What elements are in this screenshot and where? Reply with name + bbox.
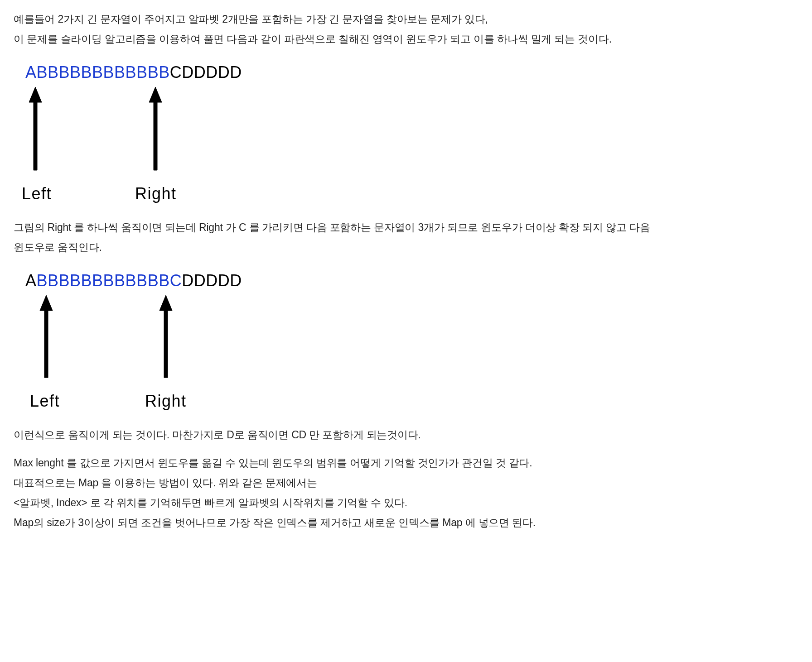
diagram1-right-arrow-icon: [149, 87, 162, 170]
intro-line-1: 예를들어 2가지 긴 문자열이 주어지고 알파벳 2개만을 포함하는 가장 긴 …: [14, 13, 488, 25]
mid-line-2: 윈도우로 움직인다.: [14, 241, 102, 253]
diagram2-right-label: Right: [145, 392, 187, 410]
diagram2-leading-a: A: [25, 271, 37, 290]
diagram1-string: ABBBBBBBBBBBBCDDDDD: [25, 63, 242, 82]
svg-marker-1: [149, 87, 162, 170]
diagram2-left-arrow-icon: [40, 295, 53, 378]
intro-line-2: 이 문제를 슬라이딩 알고리즘을 이용하여 풀면 다음과 같이 파란색으로 칠해…: [14, 33, 612, 45]
diagram2-string: ABBBBBBBBBBBBCDDDDD: [25, 271, 242, 290]
svg-marker-0: [29, 87, 42, 170]
svg-marker-3: [160, 295, 172, 378]
mid-line-1: 그림의 Right 를 하나씩 움직이면 되는데 Right 가 C 를 가리키…: [14, 221, 650, 233]
diagram2-left-label: Left: [30, 392, 60, 410]
mid-paragraph: 그림의 Right 를 하나씩 움직이면 되는데 Right 가 C 를 가리키…: [14, 217, 798, 257]
intro-paragraph-1: 예를들어 2가지 긴 문자열이 주어지고 알파벳 2개만을 포함하는 가장 긴 …: [14, 9, 798, 49]
diagram1-left-arrow-icon: [29, 87, 42, 170]
after-diagram2-paragraph: 이런식으로 움직이게 되는 것이다. 마찬가지로 D로 움직이면 CD 만 포함…: [14, 425, 798, 445]
diagram-sliding-window-2: ABBBBBBBBBBBBCDDDDD Left Right: [17, 270, 798, 414]
diagram1-plain-segment: CDDDDD: [170, 63, 242, 82]
diagram-sliding-window-1: ABBBBBBBBBBBBCDDDDD Left Right: [17, 62, 798, 206]
p5-line-3: <알파벳, Index> 로 각 위치를 기억해두면 빠르게 알파벳의 시작위치…: [14, 497, 407, 508]
diagram1-highlight-segment: ABBBBBBBBBBBB: [25, 63, 170, 82]
diagram2-highlight-segment: BBBBBBBBBBBBC: [37, 271, 182, 290]
diagram2-right-arrow-icon: [160, 295, 172, 378]
p4-line: 이런식으로 움직이게 되는 것이다. 마찬가지로 D로 움직이면 CD 만 포함…: [14, 429, 421, 441]
diagram1-left-label: Left: [22, 184, 52, 203]
p5-line-2: 대표적으로는 Map 을 이용하는 방법이 있다. 위와 같은 문제에서는: [14, 477, 317, 489]
explanation-paragraph: Max lenght 를 값으로 가지면서 윈도우를 옮길 수 있는데 윈도우의…: [14, 453, 798, 532]
p5-line-4: Map의 size가 3이상이 되면 조건을 벗어나므로 가장 작은 인덱스를 …: [14, 517, 536, 528]
svg-marker-2: [40, 295, 53, 378]
p5-line-1: Max lenght 를 값으로 가지면서 윈도우를 옮길 수 있는데 윈도우의…: [14, 457, 532, 469]
diagram1-right-label: Right: [135, 184, 177, 203]
diagram2-plain-segment: DDDDD: [182, 271, 242, 290]
